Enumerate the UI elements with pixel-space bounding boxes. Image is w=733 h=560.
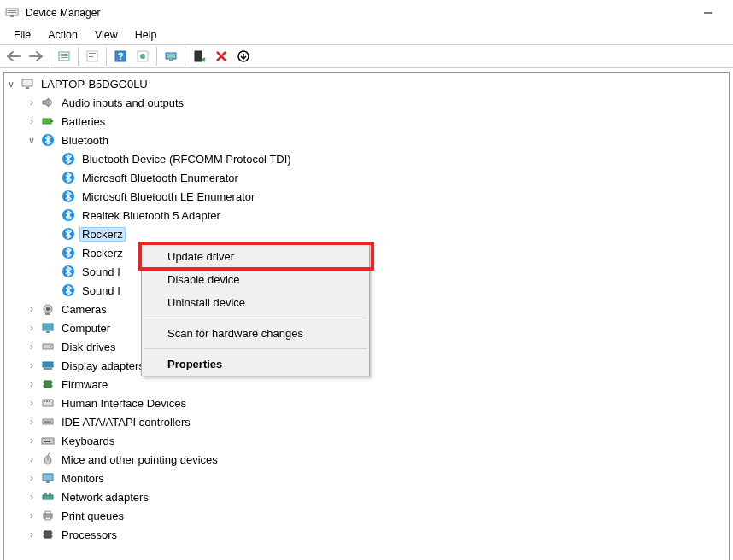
- uninstall-button[interactable]: [211, 47, 232, 66]
- svg-rect-3: [10, 15, 14, 17]
- svg-rect-65: [44, 493, 47, 495]
- minimize-button[interactable]: [689, 0, 728, 26]
- tree-device-item[interactable]: Realtek Bluetooth 5 Adapter: [45, 206, 729, 225]
- back-button[interactable]: [3, 47, 24, 66]
- tree-category-processors[interactable]: Processors: [25, 525, 729, 544]
- tree-node-label: Monitors: [59, 471, 107, 486]
- tree-category-diskdrives[interactable]: Disk drives: [25, 337, 729, 356]
- tree-node-label: Keyboards: [59, 434, 117, 448]
- tree-category-firmware[interactable]: Firmware: [25, 375, 729, 394]
- enable-button[interactable]: [189, 47, 209, 66]
- expand-icon[interactable]: [25, 452, 38, 466]
- expand-icon[interactable]: [25, 396, 38, 410]
- expand-icon[interactable]: [25, 471, 38, 485]
- svg-rect-23: [43, 119, 51, 124]
- svg-point-35: [46, 307, 50, 311]
- tree-category-display[interactable]: Display adapters: [25, 356, 729, 375]
- svg-rect-17: [166, 53, 176, 59]
- menu-help[interactable]: Help: [126, 27, 166, 43]
- svg-rect-7: [61, 55, 67, 56]
- help-button[interactable]: ?: [110, 47, 131, 66]
- bluetooth-icon: [61, 170, 76, 185]
- svg-rect-36: [45, 313, 50, 315]
- expand-icon[interactable]: [25, 340, 38, 353]
- bluetooth-icon: [61, 189, 76, 204]
- expand-icon[interactable]: [25, 114, 38, 128]
- tree-node-label: Bluetooth Device (RFCOMM Protocol TDI): [79, 152, 294, 166]
- expand-icon[interactable]: [25, 490, 38, 504]
- expand-icon[interactable]: [25, 133, 38, 147]
- expand-icon[interactable]: [25, 528, 38, 541]
- keyboard-icon: [40, 433, 56, 448]
- expand-icon[interactable]: [25, 96, 38, 109]
- expand-icon[interactable]: [25, 377, 38, 391]
- bluetooth-icon: [61, 207, 76, 223]
- svg-rect-39: [43, 344, 53, 349]
- disable-button[interactable]: [233, 47, 254, 66]
- tree-node-label: Mice and other pointing devices: [59, 452, 220, 467]
- tree-node-label: Processors: [59, 528, 120, 542]
- tree-category-network[interactable]: Network adapters: [25, 487, 729, 506]
- tree-category-printqueues[interactable]: Print queues: [25, 506, 729, 525]
- tree-category-ide[interactable]: IDE ATA/ATAPI controllers: [25, 412, 729, 431]
- update-driver-button[interactable]: [132, 47, 153, 66]
- tree-device-item[interactable]: Bluetooth Device (RFCOMM Protocol TDI): [45, 149, 729, 168]
- tree-root-node[interactable]: LAPTOP-B5DGO0LU: [4, 74, 729, 93]
- toolbar-separator: [185, 47, 185, 66]
- menu-action[interactable]: Action: [39, 27, 86, 43]
- ide-icon: [40, 414, 56, 429]
- tree-category-hid[interactable]: Human Interface Devices: [25, 394, 729, 412]
- speaker-icon: [40, 95, 56, 110]
- tree-node-label: Realtek Bluetooth 5 Adapter: [79, 208, 223, 223]
- properties-button[interactable]: [82, 47, 103, 66]
- tree-node-label: Firmware: [59, 377, 110, 392]
- ctx-properties[interactable]: Properties: [142, 353, 369, 376]
- expand-icon[interactable]: [25, 509, 38, 522]
- tree-node-label: Display adapters: [59, 359, 147, 373]
- scan-button[interactable]: [161, 47, 181, 66]
- tree-category-audio[interactable]: Audio inputs and outputs: [25, 93, 729, 112]
- svg-rect-63: [46, 481, 50, 483]
- tree-category-keyboards[interactable]: Keyboards: [25, 431, 729, 450]
- tree-category-cameras[interactable]: Cameras: [25, 300, 729, 318]
- expand-icon[interactable]: [25, 415, 38, 429]
- ctx-uninstall-device[interactable]: Uninstall device: [142, 291, 369, 314]
- tree-device-item-selected[interactable]: Rockerz: [45, 225, 729, 243]
- cpu-icon: [40, 527, 56, 542]
- menubar: File Action View Help: [0, 26, 733, 44]
- expand-icon[interactable]: [25, 302, 38, 316]
- tree-node-label: Computer: [59, 321, 113, 335]
- computer-icon: [20, 76, 35, 91]
- tree-node-label: IDE ATA/ATAPI controllers: [59, 415, 193, 429]
- tree-category-batteries[interactable]: Batteries: [25, 112, 729, 131]
- ctx-update-driver[interactable]: Update driver: [142, 245, 369, 268]
- svg-point-16: [140, 54, 145, 59]
- tree-category-mice[interactable]: Mice and other pointing devices: [25, 450, 729, 469]
- expand-icon[interactable]: [25, 434, 38, 447]
- tree-device-item[interactable]: Microsoft Bluetooth LE Enumerator: [45, 187, 729, 206]
- tree-category-bluetooth[interactable]: Bluetooth: [25, 131, 729, 149]
- svg-rect-43: [44, 381, 51, 388]
- expand-icon[interactable]: [25, 359, 38, 372]
- show-hidden-button[interactable]: [54, 47, 74, 66]
- toolbar-separator: [78, 47, 79, 66]
- svg-rect-38: [46, 331, 50, 333]
- tree-category-computer[interactable]: Computer: [25, 318, 729, 337]
- ctx-disable-device[interactable]: Disable device: [142, 268, 369, 291]
- svg-rect-12: [89, 56, 93, 57]
- expand-icon[interactable]: [25, 321, 38, 335]
- svg-rect-50: [46, 400, 48, 402]
- window-title: Device Manager: [26, 7, 689, 19]
- tree-node-label: LAPTOP-B5DGO0LU: [38, 77, 150, 91]
- device-tree-container[interactable]: LAPTOP-B5DGO0LU Audio inputs and outputs…: [3, 72, 730, 560]
- svg-rect-22: [26, 87, 29, 89]
- svg-rect-53: [44, 421, 51, 423]
- ctx-scan-hardware[interactable]: Scan for hardware changes: [142, 322, 369, 345]
- menu-view[interactable]: View: [86, 27, 126, 43]
- tree-device-item[interactable]: Microsoft Bluetooth Enumerator: [45, 168, 729, 187]
- tree-category-monitors[interactable]: Monitors: [25, 469, 729, 487]
- computer-icon: [40, 320, 56, 335]
- menu-file[interactable]: File: [5, 27, 39, 43]
- expand-icon[interactable]: [4, 77, 18, 90]
- forward-button[interactable]: [26, 47, 46, 66]
